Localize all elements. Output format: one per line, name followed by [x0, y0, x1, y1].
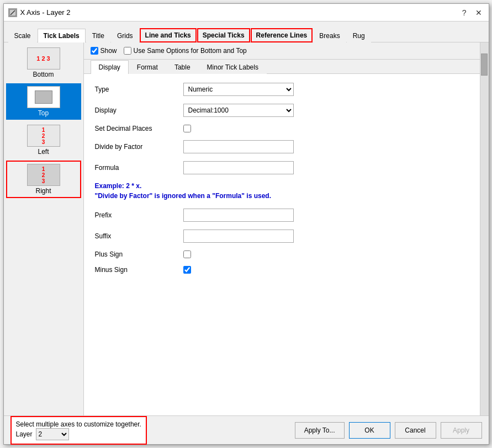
- set-decimal-label: Set Decimal Places: [95, 125, 183, 132]
- bottom-buttons: Apply To... OK Cancel Apply: [295, 422, 482, 439]
- title-bar-left: X Axis - Layer 2: [8, 8, 71, 17]
- layer-select[interactable]: 1 2 3: [36, 428, 69, 440]
- tab-bar: Scale Tick Labels Title Grids Line and T…: [4, 22, 489, 42]
- show-checkbox[interactable]: [91, 47, 98, 55]
- right-axis-label: Right: [35, 187, 51, 195]
- content-area: 1 2 3 Bottom Top 123 Left: [4, 42, 489, 415]
- minus-sign-checkbox[interactable]: [183, 266, 191, 274]
- dialog-title: X Axis - Layer 2: [20, 8, 71, 17]
- formula-row: Formula: [95, 161, 469, 174]
- bottom-axis-label: Bottom: [33, 71, 54, 78]
- right-axis-icon: 123: [27, 164, 60, 186]
- divide-factor-row: Divide by Factor: [95, 140, 469, 153]
- left-axis-label: Left: [38, 148, 49, 156]
- tab-grids[interactable]: Grids: [111, 29, 139, 42]
- sub-tab-display[interactable]: Display: [91, 60, 129, 74]
- tab-title[interactable]: Title: [86, 29, 110, 42]
- tab-tick-labels[interactable]: Tick Labels: [38, 29, 86, 42]
- tab-scale[interactable]: Scale: [8, 29, 37, 42]
- sub-tab-table[interactable]: Table: [166, 60, 199, 74]
- same-options-checkbox-label[interactable]: Use Same Options for Bottom and Top: [124, 47, 247, 55]
- type-label: Type: [95, 86, 183, 93]
- close-button[interactable]: ✕: [473, 7, 484, 18]
- layer-row: Layer 1 2 3: [16, 428, 141, 440]
- formula-input[interactable]: [183, 161, 294, 174]
- apply-button[interactable]: Apply: [441, 422, 482, 439]
- display-row: Display Decimal:1000 Scientific Engineer…: [95, 104, 469, 117]
- title-bar-right: ? ✕: [460, 7, 484, 18]
- plus-sign-checkbox[interactable]: [183, 250, 191, 258]
- axis-top[interactable]: Top: [6, 83, 81, 120]
- ok-button[interactable]: OK: [349, 422, 390, 439]
- minus-sign-row: Minus Sign: [95, 266, 469, 274]
- app-icon: [8, 8, 17, 17]
- bottom-bar: Select multiple axes to customize togeth…: [4, 415, 489, 444]
- title-bar: X Axis - Layer 2 ? ✕: [4, 4, 489, 22]
- display-label: Display: [95, 106, 183, 114]
- set-decimal-checkbox[interactable]: [183, 125, 191, 132]
- tab-special-ticks[interactable]: Special Ticks: [197, 28, 250, 42]
- sub-tab-minor-tick-labels[interactable]: Minor Tick Labels: [199, 60, 267, 74]
- help-button[interactable]: ?: [460, 7, 469, 18]
- example-line2: "Divide by Factor" is ignored when a "Fo…: [95, 192, 469, 200]
- suffix-label: Suffix: [95, 232, 183, 240]
- plus-sign-row: Plus Sign: [95, 250, 469, 258]
- dialog: X Axis - Layer 2 ? ✕ Scale Tick Labels T…: [3, 3, 489, 445]
- formula-label: Formula: [95, 164, 183, 172]
- same-options-label: Use Same Options for Bottom and Top: [134, 47, 247, 55]
- tab-line-and-ticks[interactable]: Line and Ticks: [140, 28, 197, 42]
- example-line1: Example: 2 * x.: [95, 182, 469, 190]
- prefix-row: Prefix: [95, 209, 469, 222]
- apply-to-button[interactable]: Apply To...: [295, 422, 345, 439]
- form-area: Type Numeric Text Date Display Decimal:1…: [84, 74, 480, 415]
- svg-line-1: [10, 10, 15, 15]
- axis-left[interactable]: 123 Left: [6, 122, 81, 158]
- sub-tab-bar: Display Format Table Minor Tick Labels: [84, 60, 480, 74]
- tab-reference-lines[interactable]: Reference Lines: [251, 28, 313, 42]
- scrollbar-thumb[interactable]: [481, 54, 488, 76]
- left-panel: 1 2 3 Bottom Top 123 Left: [4, 42, 84, 415]
- tab-rug[interactable]: Rug: [347, 29, 371, 42]
- bottom-left-box: Select multiple axes to customize togeth…: [10, 416, 147, 445]
- show-row: Show Use Same Options for Bottom and Top: [84, 42, 480, 60]
- type-select[interactable]: Numeric Text Date: [183, 83, 294, 96]
- cancel-button[interactable]: Cancel: [395, 422, 436, 439]
- suffix-row: Suffix: [95, 230, 469, 243]
- prefix-label: Prefix: [95, 211, 183, 219]
- divide-factor-input[interactable]: [183, 140, 294, 153]
- same-options-checkbox[interactable]: [124, 47, 131, 55]
- axis-bottom[interactable]: 1 2 3 Bottom: [6, 45, 81, 81]
- right-panel: Show Use Same Options for Bottom and Top…: [84, 42, 480, 415]
- bottom-axis-icon: 1 2 3: [27, 47, 60, 70]
- top-axis-icon: [27, 86, 60, 108]
- set-decimal-row: Set Decimal Places: [95, 125, 469, 132]
- type-row: Type Numeric Text Date: [95, 83, 469, 96]
- divide-factor-label: Divide by Factor: [95, 143, 183, 151]
- left-axis-icon: 123: [27, 125, 60, 147]
- minus-sign-label: Minus Sign: [95, 266, 183, 274]
- sub-tab-format[interactable]: Format: [129, 60, 166, 74]
- right-scrollbar: [480, 42, 489, 415]
- suffix-input[interactable]: [183, 230, 294, 243]
- show-checkbox-label[interactable]: Show: [91, 47, 117, 55]
- top-axis-label: Top: [38, 109, 49, 117]
- show-label: Show: [100, 47, 117, 55]
- display-select[interactable]: Decimal:1000 Scientific Engineering: [183, 104, 294, 117]
- tab-breaks[interactable]: Breaks: [313, 29, 346, 42]
- axis-right[interactable]: 123 Right: [6, 161, 81, 198]
- layer-label: Layer: [16, 430, 33, 438]
- plus-sign-label: Plus Sign: [95, 250, 183, 258]
- select-axes-text: Select multiple axes to customize togeth…: [16, 420, 141, 428]
- prefix-input[interactable]: [183, 209, 294, 222]
